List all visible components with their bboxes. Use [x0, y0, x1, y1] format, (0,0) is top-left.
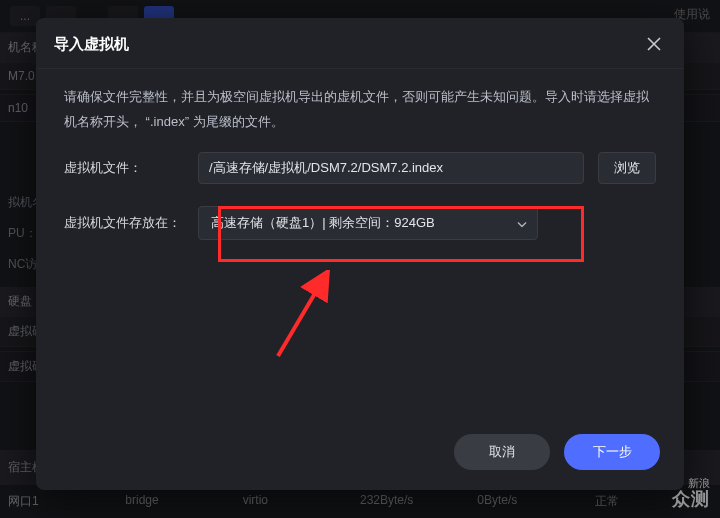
- storage-label: 虚拟机文件存放在：: [64, 214, 184, 232]
- modal-description: 请确保文件完整性，并且为极空间虚拟机导出的虚机文件，否则可能产生未知问题。导入时…: [64, 85, 656, 134]
- browse-button[interactable]: 浏览: [598, 152, 656, 184]
- close-icon: [647, 37, 661, 51]
- storage-select-value: 高速存储（硬盘1）| 剩余空间：924GB: [211, 214, 435, 232]
- file-label: 虚拟机文件：: [64, 159, 184, 177]
- modal-title: 导入虚拟机: [54, 35, 129, 54]
- svg-line-0: [278, 278, 324, 356]
- cancel-button[interactable]: 取消: [454, 434, 550, 470]
- modal-footer: 取消 下一步: [36, 418, 684, 490]
- annotation-arrow-icon: [266, 270, 346, 360]
- import-vm-modal: 导入虚拟机 请确保文件完整性，并且为极空间虚拟机导出的虚机文件，否则可能产生未知…: [36, 18, 684, 490]
- file-field-row: 虚拟机文件： /高速存储/虚拟机/DSM7.2/DSM7.2.index 浏览: [64, 152, 656, 184]
- modal-body: 请确保文件完整性，并且为极空间虚拟机导出的虚机文件，否则可能产生未知问题。导入时…: [36, 69, 684, 418]
- vm-file-input[interactable]: /高速存储/虚拟机/DSM7.2/DSM7.2.index: [198, 152, 584, 184]
- modal-header: 导入虚拟机: [36, 18, 684, 69]
- next-button[interactable]: 下一步: [564, 434, 660, 470]
- storage-field-row: 虚拟机文件存放在： 高速存储（硬盘1）| 剩余空间：924GB: [64, 206, 656, 240]
- close-button[interactable]: [642, 32, 666, 56]
- storage-select[interactable]: 高速存储（硬盘1）| 剩余空间：924GB: [198, 206, 538, 240]
- chevron-down-icon: [517, 216, 527, 231]
